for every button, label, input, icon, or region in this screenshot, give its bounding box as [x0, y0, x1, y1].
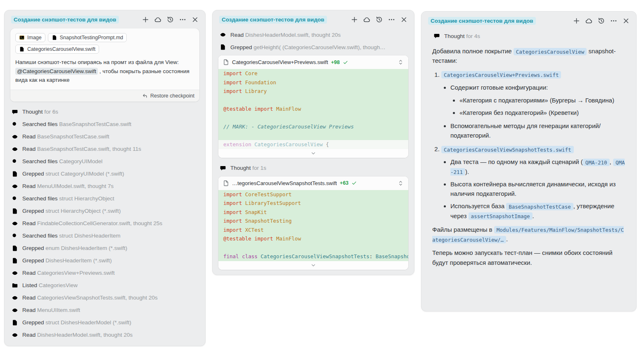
show-more-button[interactable]: [218, 261, 408, 270]
eye-icon: [12, 307, 18, 314]
action-row[interactable]: Searched files CategoryUIModel: [10, 155, 199, 168]
answer-item-title: CategoriesCarouselViewSnapshotTests.swif…: [441, 145, 574, 152]
answer-bullet: Два теста — по одному на каждый сценарий…: [450, 157, 625, 176]
file-mention: @CategoriesCarouselView.swift: [15, 68, 98, 75]
file-icon: [223, 180, 229, 186]
doc-icon: [12, 319, 18, 326]
action-label: Grepped enum DishesHeaderItem (*.swift): [22, 245, 127, 251]
code-filename: …tegoriesCarouselViewSnapshotTests.swift: [232, 180, 337, 186]
action-label: Thought for 1s: [230, 165, 266, 171]
action-label: Read CategoriesViewSnapshotTests.swift, …: [22, 295, 158, 301]
expand-toggle-icon[interactable]: [398, 180, 404, 186]
action-row[interactable]: Read FindableCollectionCellGenerator.swi…: [10, 217, 199, 230]
action-row[interactable]: Thought for 6s: [10, 106, 199, 118]
new-chat-button[interactable]: [142, 16, 149, 23]
chip-label: Image: [27, 35, 42, 40]
answer-bullet: Вспомогательные методы для генерации кат…: [450, 121, 625, 140]
action-row[interactable]: Searched files struct DishesHeaderItem: [10, 230, 199, 242]
action-row[interactable]: Grepped getHeight\( (CategoriesCarouselV…: [218, 41, 408, 53]
new-chat-button[interactable]: [351, 16, 358, 23]
close-button[interactable]: [192, 16, 199, 23]
history-button[interactable]: [376, 16, 383, 23]
new-chat-button[interactable]: [573, 17, 580, 24]
action-label: Grepped struct CategoryUIModel (*.swift): [22, 171, 124, 177]
action-row[interactable]: Thought for 4s: [432, 30, 625, 42]
action-row[interactable]: Listed CategoriesView: [10, 279, 199, 292]
panel-body: Read DishesHeaderModel.swift, thought 20…: [213, 29, 414, 275]
action-row[interactable]: Grepped enum DishesHeaderItem (*.swift): [10, 242, 199, 254]
prompt-text: Напиши снэпшот-тесты опираясь на промт и…: [10, 54, 199, 90]
action-label: Read MenuUIItem.swift: [22, 307, 80, 313]
thought-icon: [433, 33, 440, 39]
action-label: Grepped DishesHeaderItem (*.swift): [22, 257, 112, 264]
header-actions: [351, 16, 407, 23]
action-row[interactable]: Grepped struct DishesHeaderModel (*.swif…: [10, 316, 199, 329]
action-row[interactable]: Read MenuUIItem.swift: [10, 304, 199, 316]
action-row[interactable]: Grepped DishesHeaderItem (*.swift): [10, 254, 199, 267]
code-line: import SnapKit: [218, 208, 408, 217]
action-row[interactable]: Read MenuUIModel.swift, thought 7s: [10, 180, 199, 193]
close-button[interactable]: [623, 17, 630, 24]
attachment-chip[interactable]: SnapshotTestingPrompt.md: [48, 33, 127, 42]
code-card-header[interactable]: …tegoriesCarouselViewSnapshotTests.swift…: [218, 176, 408, 190]
inline-code: CategoriesCarouselViewSnapshotTests.swif…: [441, 146, 574, 153]
agent-action-list: Read DishesHeaderModel.swift, thought 20…: [218, 29, 408, 53]
cloud-icon[interactable]: [154, 16, 161, 23]
action-label: Read DishesHeaderModel.swift, thought 20…: [22, 332, 133, 338]
action-row[interactable]: Read CategoriesView+Previews.swift: [10, 267, 199, 279]
code-line: import Foundation: [218, 78, 408, 87]
eye-icon: [12, 270, 18, 276]
code-diff-card: …tegoriesCarouselViewSnapshotTests.swift…: [218, 176, 408, 270]
cloud-icon[interactable]: [363, 16, 370, 23]
diff-added-count: +98: [331, 59, 340, 65]
chevron-down-icon: [310, 150, 316, 156]
action-label: Read CategoriesView+Previews.swift: [22, 270, 115, 276]
action-row[interactable]: Searched files struct HierarchyObject: [10, 193, 199, 205]
agent-action-list: Thought for 6sSearched files BaseSnapsho…: [10, 106, 199, 341]
action-label: Grepped struct HierarchyObject (*.swift): [22, 208, 121, 214]
answer-bullet: Высота контейнера вычисляется динамическ…: [450, 179, 625, 199]
action-label: Searched files BaseSnapshotTestCase.swif…: [22, 121, 131, 127]
cloud-icon[interactable]: [585, 17, 592, 24]
close-button[interactable]: [400, 16, 407, 23]
action-row[interactable]: Read BaseSnapshotTestCase.swift: [10, 131, 199, 143]
chat-panel-3: Создание снэпшот-тестов для видов Though…: [421, 11, 637, 312]
action-row[interactable]: Read CategoriesViewSnapshotTests.swift, …: [10, 292, 199, 304]
inline-code: CategoriesCarouselView+Previews.swift: [441, 71, 561, 78]
action-row[interactable]: Thought for 4s: [218, 274, 408, 275]
panel-header: Создание снэпшот-тестов для видов: [421, 12, 636, 30]
action-label: Read BaseSnapshotTestCase.swift, thought…: [22, 146, 141, 152]
code-line: extension CategoriesCarouselView {: [218, 140, 408, 149]
more-options-button[interactable]: [179, 16, 186, 23]
thought-icon: [220, 165, 226, 171]
history-button[interactable]: [598, 17, 605, 24]
action-row[interactable]: Grepped struct CategoryUIModel (*.swift): [10, 168, 199, 180]
doc-icon: [220, 44, 226, 50]
action-row[interactable]: Read BaseSnapshotTestCase.swift, thought…: [10, 143, 199, 155]
more-options-button[interactable]: [610, 17, 617, 24]
action-row[interactable]: Grepped struct HierarchyObject (*.swift): [10, 205, 199, 217]
show-more-button[interactable]: [218, 149, 408, 158]
agent-action-list: Thought for 4s: [432, 30, 625, 42]
action-row[interactable]: Read DishesHeaderModel.swift, thought 20…: [10, 329, 199, 341]
history-button[interactable]: [167, 16, 174, 23]
answer-item-1: CategoriesCarouselView+Previews.swift Со…: [441, 70, 625, 140]
code-line: [218, 96, 408, 105]
attachment-chip[interactable]: Image: [15, 33, 45, 42]
code-body: import CoreTestSupportimport LibraryTest…: [218, 190, 408, 261]
chevron-down-icon: [310, 262, 316, 268]
check-icon: [343, 59, 348, 65]
user-prompt-card: ImageSnapshotTestingPrompt.mdCategoriesC…: [10, 29, 199, 102]
action-row[interactable]: Searched files BaseSnapshotTestCase.swif…: [10, 118, 199, 131]
action-label: Read FindableCollectionCellGenerator.swi…: [22, 220, 162, 226]
code-line: @testable import MainFlow: [218, 105, 408, 114]
action-row[interactable]: Read DishesHeaderModel.swift, thought 20…: [218, 29, 408, 41]
more-options-button[interactable]: [388, 16, 395, 23]
expand-toggle-icon[interactable]: [398, 59, 404, 65]
action-row[interactable]: Thought for 1s: [218, 162, 408, 174]
answer-sub-bullet: «Категория с подкатегориями» (Бургеры → …: [459, 95, 625, 105]
code-card-header[interactable]: CategoriesCarouselView+Previews.swift +9…: [218, 55, 408, 69]
restore-checkpoint-button[interactable]: Restore checkpoint: [142, 93, 194, 99]
attachment-chip[interactable]: CategoriesCarouselView.swift: [15, 45, 99, 54]
code-diff-card: CategoriesCarouselView+Previews.swift +9…: [218, 55, 408, 158]
